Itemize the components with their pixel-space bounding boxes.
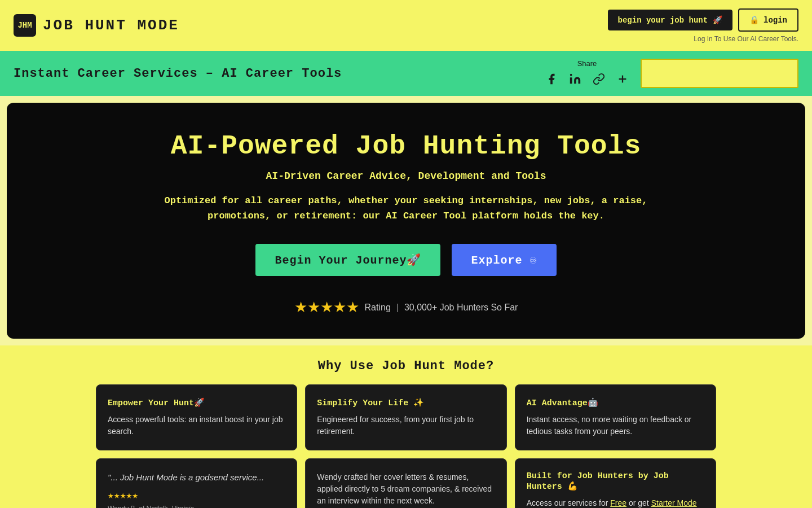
logo-icon: JHM xyxy=(14,14,36,37)
card-simplify: Simplify Your Life ✨ Engineered for succ… xyxy=(305,384,506,450)
more-share-button[interactable] xyxy=(614,70,632,88)
header-buttons: begin your job hunt 🚀 🔒 login xyxy=(608,8,798,32)
promo-body-mid: or get xyxy=(626,498,651,507)
search-input[interactable] xyxy=(641,59,798,88)
begin-hunt-button[interactable]: begin your job hunt 🚀 xyxy=(608,10,732,30)
card-quote-author: Wendy B. of Norfolk, Virginia xyxy=(108,505,285,508)
svg-point-0 xyxy=(570,73,572,76)
author-name: Wendy B. of Norfolk, xyxy=(108,505,170,508)
card-simplify-body: Engineered for success, from your first … xyxy=(317,414,495,437)
hero-rating: ★★★★★ Rating | 30,000+ Job Hunters So Fa… xyxy=(29,299,783,316)
header: JHM JOB HUNT MODE begin your job hunt 🚀 … xyxy=(0,0,812,51)
nav-bar: Instant Career Services – AI Career Tool… xyxy=(0,51,812,96)
linkedin-share-button[interactable] xyxy=(566,70,584,88)
link-share-button[interactable] xyxy=(590,70,608,88)
share-icons xyxy=(542,70,632,88)
logo-text: JOB HUNT MODE xyxy=(43,17,179,34)
card-empower-title: Empower Your Hunt🚀 xyxy=(108,397,285,408)
card-quote: "... Job Hunt Mode is a godsend service.… xyxy=(96,458,297,508)
card-simplify-title: Simplify Your Life ✨ xyxy=(317,397,495,408)
hunters-count: 30,000+ Job Hunters So Far xyxy=(404,303,518,313)
card-promo-title: Built for Job Hunters by Job Hunters 💪 xyxy=(527,471,704,492)
card-empower: Empower Your Hunt🚀 Access powerful tools… xyxy=(96,384,297,450)
card-quote-stars: ★★★★★ xyxy=(108,489,285,501)
card-story-body: Wendy crafted her cover letters & resume… xyxy=(317,471,495,507)
card-story: Wendy crafted her cover letters & resume… xyxy=(305,458,506,508)
cards-row-2: "... Job Hunt Mode is a godsend service.… xyxy=(96,458,716,508)
why-section: Why Use Job Hunt Mode? Empower Your Hunt… xyxy=(0,345,812,508)
free-link[interactable]: Free xyxy=(610,498,626,507)
login-button[interactable]: 🔒 login xyxy=(738,8,798,32)
rating-divider: | xyxy=(396,303,399,313)
hero-subtitle: AI-Driven Career Advice, Development and… xyxy=(29,170,783,182)
rating-label: Rating xyxy=(365,303,391,313)
explore-button[interactable]: Explore ♾️ xyxy=(452,244,556,276)
promo-body-before: Access our services for xyxy=(527,498,611,507)
starter-mode-link[interactable]: Starter Mode xyxy=(651,498,697,507)
plus-icon xyxy=(616,73,629,85)
nav-title: Instant Career Services – AI Career Tool… xyxy=(14,67,342,81)
share-section: Share xyxy=(542,59,632,88)
share-label: Share xyxy=(577,59,597,68)
card-promo: Built for Job Hunters by Job Hunters 💪 A… xyxy=(515,458,716,508)
logo-area: JHM JOB HUNT MODE xyxy=(14,14,179,37)
nav-right: Share xyxy=(542,59,798,88)
linkedin-icon xyxy=(569,73,581,85)
facebook-share-button[interactable] xyxy=(542,70,561,88)
card-empower-body: Access powerful tools: an instant boost … xyxy=(108,414,285,437)
begin-journey-button[interactable]: Begin Your Journey🚀 xyxy=(255,244,440,276)
author-location: Virginia xyxy=(170,505,194,508)
card-promo-body: Access our services for Free or get Star… xyxy=(527,497,704,508)
cards-row-1: Empower Your Hunt🚀 Access powerful tools… xyxy=(96,384,716,450)
hero-section: AI-Powered Job Hunting Tools AI-Driven C… xyxy=(7,103,805,339)
header-right: begin your job hunt 🚀 🔒 login Log In To … xyxy=(608,8,798,43)
card-ai-advantage: AI Advantage🤖 Instant access, no more wa… xyxy=(515,384,716,450)
hero-description: Optimized for all career paths, whether … xyxy=(152,193,660,224)
hero-title: AI-Powered Job Hunting Tools xyxy=(29,131,783,161)
card-ai-title: AI Advantage🤖 xyxy=(527,397,704,408)
rating-stars: ★★★★★ xyxy=(294,299,359,316)
header-subtext: Log In To Use Our AI Career Tools. xyxy=(694,35,798,43)
card-ai-body: Instant access, no more waiting on feedb… xyxy=(527,414,704,437)
card-quote-text: "... Job Hunt Mode is a godsend service.… xyxy=(108,471,285,484)
link-icon xyxy=(593,73,605,85)
hero-buttons: Begin Your Journey🚀 Explore ♾️ xyxy=(29,244,783,276)
facebook-icon xyxy=(545,73,558,85)
why-title: Why Use Job Hunt Mode? xyxy=(23,359,789,373)
